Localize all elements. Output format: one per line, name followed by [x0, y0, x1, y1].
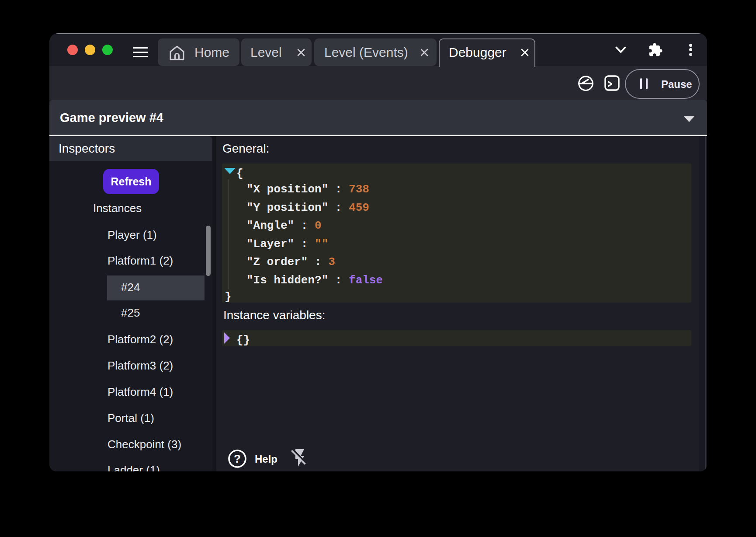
svg-text:?: ?: [234, 452, 241, 465]
